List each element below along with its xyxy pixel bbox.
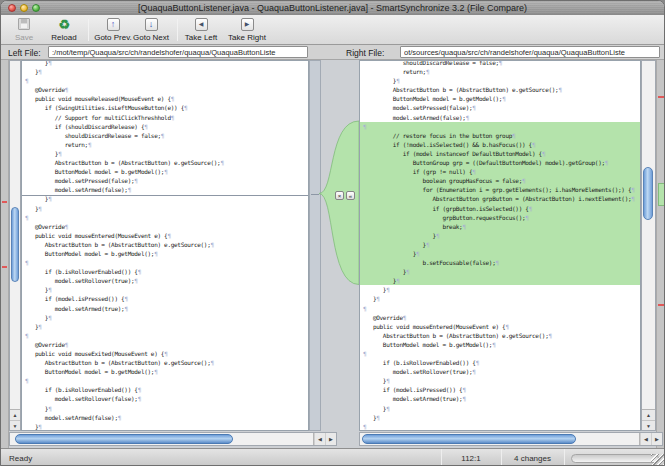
take-left-icon: ◀ xyxy=(195,18,208,31)
code-line: if (grp != null) {¶ xyxy=(360,167,640,176)
change-mark xyxy=(2,201,7,203)
insert-position-mark xyxy=(311,194,319,195)
left-file-path-input[interactable] xyxy=(48,46,308,58)
left-code-editor[interactable]: }¶ }¶¶ @Override¶ public void mouseRelea… xyxy=(21,60,309,431)
right-code-editor[interactable]: shouldDiscardRelease = false;¶ return;¶ … xyxy=(359,60,641,431)
code-line: return;¶ xyxy=(363,67,640,76)
window-resize-grip[interactable] xyxy=(651,454,664,466)
scroll-up-arrow-icon[interactable]: ▲ xyxy=(642,410,655,420)
code-line: model.setPressed(false);¶ xyxy=(363,103,640,112)
status-separator xyxy=(564,449,565,466)
code-line: ¶ xyxy=(25,258,308,267)
code-line: AbstractButton b = (AbstractButton) e.ge… xyxy=(25,240,308,249)
scroll-right-arrow-icon[interactable]: ▶ xyxy=(325,433,336,445)
code-line: ButtonModel model = b.getModel();¶ xyxy=(363,340,640,349)
code-line: AbstractButton b = (AbstractButton) e.ge… xyxy=(363,85,640,94)
left-horizontal-scrollbar-thumb[interactable] xyxy=(15,434,233,444)
code-line: }¶ xyxy=(360,267,640,276)
code-line: shouldDiscardRelease = false;¶ xyxy=(363,60,640,67)
take-right-icon: ▶ xyxy=(241,18,254,31)
reload-button[interactable]: ♻ Reload xyxy=(45,16,83,44)
right-horizontal-scrollbar[interactable]: ◀ ▶ xyxy=(359,432,663,446)
toolbar-separator xyxy=(177,19,178,41)
code-line: if (!model.isSelected() && b.hasFocus())… xyxy=(360,140,640,149)
right-overview-strip xyxy=(656,60,665,448)
scroll-up-arrow-icon[interactable]: ▲ xyxy=(10,410,20,420)
code-line: shouldDiscardRelease = false;¶ xyxy=(25,131,308,140)
code-line: }¶ xyxy=(363,413,640,422)
discard-change-button[interactable]: × xyxy=(335,191,344,200)
status-ready: Ready xyxy=(9,449,32,466)
code-line: }¶ xyxy=(363,285,640,294)
code-line: return;¶ xyxy=(25,140,308,149)
toolbar-separator xyxy=(88,19,89,41)
status-progress-track xyxy=(571,454,659,463)
code-line: @Override¶ xyxy=(25,85,308,94)
code-line: model.setArmed(true);¶ xyxy=(363,394,640,403)
code-line: }¶ xyxy=(25,285,308,294)
scroll-left-arrow-icon[interactable]: ◀ xyxy=(314,433,325,445)
take-change-left-button[interactable]: « xyxy=(346,191,355,200)
code-line: model.setRollover(false);¶ xyxy=(25,394,308,403)
status-caret-position: 112:1 xyxy=(441,449,501,466)
right-vertical-scrollbar-thumb[interactable] xyxy=(643,167,653,220)
code-line: public void mouseExited(MouseEvent e) {¶ xyxy=(25,349,308,358)
code-line: ¶ xyxy=(25,331,308,340)
code-line: AbstractButton grpButton = (AbstractButt… xyxy=(360,194,640,203)
left-file-label: Left File: xyxy=(8,48,41,58)
code-line: }¶ xyxy=(25,422,308,431)
code-line: // restore focus in the button group¶ xyxy=(360,131,640,140)
code-line: public void mouseReleased(MouseEvent e) … xyxy=(25,94,308,103)
code-line: ¶ xyxy=(25,213,308,222)
code-line: model.setArmed(false);¶ xyxy=(363,113,640,122)
code-line: if (model instanceof DefaultButtonModel)… xyxy=(360,149,640,158)
take-right-button[interactable]: ▶ Take Right xyxy=(225,16,269,44)
left-vertical-scroll-arrows: ▲ ▼ xyxy=(10,409,20,430)
code-line: for (Enumeration i = grp.getElements(); … xyxy=(360,185,640,194)
left-vertical-scrollbar-thumb[interactable] xyxy=(11,207,19,282)
right-vertical-scrollbar[interactable]: ▲ ▼ xyxy=(641,60,656,431)
code-line: if (model.isPressed()) {¶ xyxy=(363,385,640,394)
reload-icon: ♻ xyxy=(58,18,71,31)
code-line: }¶ xyxy=(363,376,640,385)
left-horizontal-scroll-arrows: ◀ ▶ xyxy=(313,433,336,445)
left-overview-strip xyxy=(1,60,9,448)
code-line: boolean groupHasFocus = false;¶ xyxy=(360,176,640,185)
file-path-bar: Left File: Right File: xyxy=(1,45,664,60)
left-vertical-scrollbar[interactable]: ▲ ▼ xyxy=(9,60,21,431)
toolbar: Save ♻ Reload ↑ Goto Prev. ↓ Goto Next ◀… xyxy=(1,15,664,45)
code-line: if (b.isRolloverEnabled()) {¶ xyxy=(25,267,308,276)
code-line: model.setArmed(false);¶ xyxy=(25,185,308,194)
scroll-right-arrow-icon[interactable]: ▶ xyxy=(651,433,662,445)
code-line: @Override¶ xyxy=(25,222,308,231)
title-bar: [QuaquaButtonListener.java - QuaquaButto… xyxy=(1,1,664,15)
save-button[interactable]: Save xyxy=(9,16,39,44)
code-line: ¶ xyxy=(360,122,640,131)
goto-next-button[interactable]: ↓ Goto Next xyxy=(129,16,173,44)
code-line: }¶ xyxy=(25,194,308,203)
code-line: }¶ xyxy=(363,76,640,85)
code-line: model.setRollover(true);¶ xyxy=(25,276,308,285)
code-line: if (grpButton.isSelected()) {¶ xyxy=(360,204,640,213)
diff-insert-marker xyxy=(21,195,308,196)
code-line: if (b.isRolloverEnabled()) {¶ xyxy=(25,385,308,394)
code-line: }¶ xyxy=(363,294,640,303)
code-line: ButtonModel model = b.getModel();¶ xyxy=(25,249,308,258)
right-file-path-input[interactable] xyxy=(400,46,660,58)
scroll-down-arrow-icon[interactable]: ▼ xyxy=(10,420,20,430)
code-line: ¶ xyxy=(363,349,640,358)
code-line: }¶ xyxy=(360,231,640,240)
left-horizontal-scrollbar[interactable]: ◀ ▶ xyxy=(9,432,337,446)
right-horizontal-scrollbar-thumb[interactable] xyxy=(362,434,576,444)
code-line: if (shouldDiscardRelease) {¶ xyxy=(25,122,308,131)
take-left-button[interactable]: ◀ Take Left xyxy=(181,16,221,44)
scroll-down-arrow-icon[interactable]: ▼ xyxy=(642,420,655,430)
code-line: }¶ xyxy=(360,249,640,258)
code-line: model.setArmed(false);¶ xyxy=(25,413,308,422)
code-line: grpButton.requestFocus();¶ xyxy=(360,213,640,222)
code-line: ¶ xyxy=(363,422,640,431)
app-window: [QuaquaButtonListener.java - QuaquaButto… xyxy=(0,0,665,466)
scroll-left-arrow-icon[interactable]: ◀ xyxy=(640,433,651,445)
code-line: }¶ xyxy=(25,204,308,213)
window-title: [QuaquaButtonListener.java - QuaquaButto… xyxy=(1,3,664,13)
